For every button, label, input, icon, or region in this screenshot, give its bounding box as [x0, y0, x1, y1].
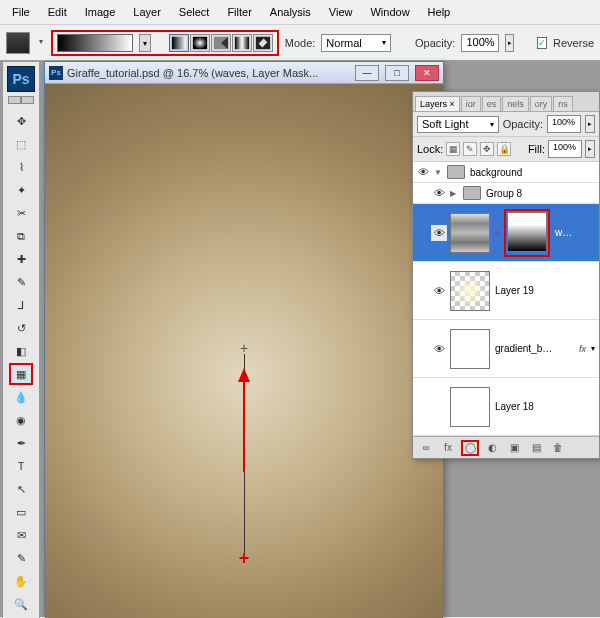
menu-select[interactable]: Select — [171, 3, 218, 21]
menu-layer[interactable]: Layer — [125, 3, 169, 21]
visibility-toggle[interactable]: 👁 — [431, 225, 447, 241]
visibility-toggle[interactable]: 👁 — [431, 283, 447, 299]
history-brush-tool[interactable]: ↺ — [9, 317, 33, 339]
document-titlebar[interactable]: Ps Giraffe_tutorial.psd @ 16.7% (waves, … — [45, 62, 443, 84]
crop-tool[interactable]: ✂ — [9, 202, 33, 224]
shape-tool[interactable]: ▭ — [9, 501, 33, 523]
tab-partial-2[interactable]: ior — [461, 96, 481, 111]
layer-mask-thumbnail[interactable] — [507, 212, 547, 252]
layer-row-background[interactable]: 👁 ▼ background — [413, 162, 599, 183]
opacity-flyout[interactable]: ▸ — [505, 34, 514, 52]
tab-partial-6[interactable]: ns — [553, 96, 573, 111]
layer-thumbnail[interactable] — [450, 213, 490, 253]
gradient-diamond-icon[interactable] — [253, 34, 273, 52]
menu-window[interactable]: Window — [362, 3, 417, 21]
hand-tool[interactable]: ✋ — [9, 570, 33, 592]
tool-preset-picker[interactable] — [6, 32, 30, 54]
layer-name[interactable]: Group 8 — [484, 188, 522, 199]
maximize-button[interactable]: □ — [385, 65, 409, 81]
blend-mode-select[interactable]: Soft Light▾ — [417, 116, 499, 133]
layer-thumbnail[interactable] — [450, 387, 490, 427]
layer-thumbnail[interactable] — [450, 329, 490, 369]
mode-select[interactable]: Normal▾ — [321, 34, 391, 52]
mask-link-icon[interactable]: ⁘ — [493, 228, 501, 238]
fill-input[interactable]: 100% — [548, 140, 582, 158]
expand-icon[interactable]: ▼ — [434, 168, 444, 177]
blur-tool[interactable]: 💧 — [9, 386, 33, 408]
visibility-toggle[interactable]: 👁 — [415, 164, 431, 180]
layer-name[interactable]: background — [468, 167, 522, 178]
brush-tool[interactable]: ✎ — [9, 271, 33, 293]
slice-tool[interactable]: ⧉ — [9, 225, 33, 247]
layer-name[interactable]: Layer 18 — [493, 401, 534, 412]
wand-tool[interactable]: ✦ — [9, 179, 33, 201]
gradient-tool[interactable]: ▦ — [9, 363, 33, 385]
marquee-tool[interactable]: ⬚ — [9, 133, 33, 155]
gradient-linear-icon[interactable] — [169, 34, 189, 52]
move-tool[interactable]: ✥ — [9, 110, 33, 132]
lock-pixels-icon[interactable]: ✎ — [463, 142, 477, 156]
tab-partial-4[interactable]: nels — [502, 96, 529, 111]
layer-name[interactable]: w… — [553, 227, 572, 238]
minimize-button[interactable]: — — [355, 65, 379, 81]
panel-opacity-flyout[interactable]: ▸ — [585, 115, 595, 133]
menu-edit[interactable]: Edit — [40, 3, 75, 21]
menu-analysis[interactable]: Analysis — [262, 3, 319, 21]
pen-tool[interactable]: ✒ — [9, 432, 33, 454]
reverse-checkbox[interactable]: ✓ — [537, 37, 548, 49]
lock-all-icon[interactable]: 🔒 — [497, 142, 511, 156]
healing-tool[interactable]: ✚ — [9, 248, 33, 270]
fx-badge[interactable]: fx — [579, 344, 588, 354]
zoom-tool[interactable]: 🔍 — [9, 593, 33, 615]
layer-row-layer18[interactable]: Layer 18 — [413, 378, 599, 436]
tab-partial-3[interactable]: es — [482, 96, 502, 111]
menu-image[interactable]: Image — [77, 3, 124, 21]
fx-expand-icon[interactable]: ▾ — [591, 344, 597, 353]
gradient-picker[interactable] — [57, 34, 133, 52]
new-group-icon[interactable]: ▣ — [505, 440, 523, 456]
link-layers-icon[interactable]: ∞ — [417, 440, 435, 456]
gradient-reflected-icon[interactable] — [232, 34, 252, 52]
screen-mode-icon[interactable] — [8, 96, 34, 104]
visibility-toggle[interactable]: 👁 — [431, 185, 447, 201]
stamp-tool[interactable]: ⅃ — [9, 294, 33, 316]
gradient-angle-icon[interactable] — [211, 34, 231, 52]
layer-thumbnail[interactable] — [450, 271, 490, 311]
type-tool[interactable]: T — [9, 455, 33, 477]
path-tool[interactable]: ↖ — [9, 478, 33, 500]
layer-name[interactable]: Layer 19 — [493, 285, 534, 296]
menu-help[interactable]: Help — [420, 3, 459, 21]
menu-view[interactable]: View — [321, 3, 361, 21]
layer-row-waves[interactable]: 👁 ⁘ w… — [413, 204, 599, 262]
delete-layer-icon[interactable]: 🗑 — [549, 440, 567, 456]
layer-row-group8[interactable]: 👁 ▶ Group 8 — [413, 183, 599, 204]
eyedropper-tool[interactable]: ✎ — [9, 547, 33, 569]
gradient-radial-icon[interactable] — [190, 34, 210, 52]
notes-tool[interactable]: ✉ — [9, 524, 33, 546]
close-button[interactable]: ✕ — [415, 65, 439, 81]
eraser-tool[interactable]: ◧ — [9, 340, 33, 362]
lock-transparency-icon[interactable]: ▦ — [446, 142, 460, 156]
tab-layers[interactable]: Layers × — [415, 96, 460, 111]
gradient-dropdown[interactable]: ▾ — [139, 34, 151, 52]
tab-partial-5[interactable]: ory — [530, 96, 553, 111]
menu-filter[interactable]: Filter — [219, 3, 259, 21]
fill-flyout[interactable]: ▸ — [585, 140, 595, 158]
canvas[interactable]: + + — [45, 84, 443, 618]
opacity-input[interactable]: 100% — [461, 34, 499, 52]
lasso-tool[interactable]: ⌇ — [9, 156, 33, 178]
visibility-toggle[interactable] — [431, 399, 447, 415]
layer-row-layer19[interactable]: 👁 Layer 19 — [413, 262, 599, 320]
add-mask-icon[interactable]: ◯ — [461, 440, 479, 456]
layer-name[interactable]: gradient_b… — [493, 343, 552, 354]
adjustment-layer-icon[interactable]: ◐ — [483, 440, 501, 456]
visibility-toggle[interactable]: 👁 — [431, 341, 447, 357]
expand-icon[interactable]: ▶ — [450, 189, 460, 198]
panel-opacity-input[interactable]: 100% — [547, 115, 581, 133]
lock-position-icon[interactable]: ✥ — [480, 142, 494, 156]
layer-style-icon[interactable]: fx — [439, 440, 457, 456]
dodge-tool[interactable]: ◉ — [9, 409, 33, 431]
layer-row-gradient[interactable]: 👁 gradient_b… fx ▾ — [413, 320, 599, 378]
menu-file[interactable]: File — [4, 3, 38, 21]
new-layer-icon[interactable]: ▤ — [527, 440, 545, 456]
